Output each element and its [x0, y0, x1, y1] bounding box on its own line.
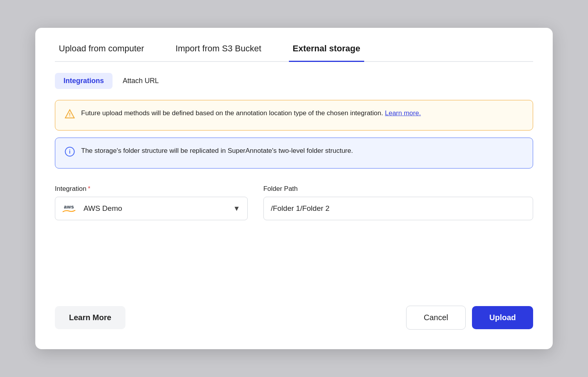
- warning-alert-text: Future upload methods will be defined ba…: [81, 108, 523, 118]
- sub-tab-integrations[interactable]: Integrations: [55, 73, 113, 89]
- modal-backdrop: Upload from computer Import from S3 Buck…: [0, 0, 588, 377]
- tab-s3[interactable]: Import from S3 Bucket: [172, 44, 265, 62]
- modal: Upload from computer Import from S3 Buck…: [35, 28, 553, 349]
- integration-field-group: Integration * aws AWS Demo ▼: [55, 185, 248, 220]
- modal-footer: Learn More Cancel Upload: [55, 286, 533, 330]
- sub-tab-attach-url[interactable]: Attach URL: [114, 73, 167, 89]
- folder-path-label: Folder Path: [263, 185, 533, 193]
- chevron-down-icon: ▼: [233, 204, 240, 212]
- warning-alert: ! Future upload methods will be defined …: [55, 100, 533, 130]
- form-row: Integration * aws AWS Demo ▼: [55, 185, 533, 220]
- aws-logo-icon: aws: [62, 204, 76, 212]
- sub-tab-bar: Integrations Attach URL: [55, 73, 533, 89]
- info-alert: i The storage's folder structure will be…: [55, 138, 533, 168]
- tab-external[interactable]: External storage: [289, 44, 364, 62]
- warning-learn-more-link[interactable]: Learn more.: [385, 109, 421, 117]
- tab-bar: Upload from computer Import from S3 Buck…: [55, 44, 533, 62]
- folder-path-field-group: Folder Path: [263, 185, 533, 220]
- info-alert-text: The storage's folder structure will be r…: [81, 146, 523, 156]
- upload-button[interactable]: Upload: [472, 306, 533, 329]
- integration-select[interactable]: aws AWS Demo ▼: [55, 197, 248, 220]
- integration-label: Integration *: [55, 185, 248, 193]
- folder-path-input[interactable]: [263, 197, 533, 220]
- cancel-button[interactable]: Cancel: [406, 306, 466, 330]
- warning-icon: !: [65, 109, 75, 122]
- required-star: *: [88, 185, 90, 192]
- integration-value: AWS Demo: [83, 204, 122, 213]
- info-icon: i: [65, 147, 75, 160]
- svg-text:i: i: [69, 149, 71, 155]
- footer-right-actions: Cancel Upload: [406, 306, 533, 330]
- learn-more-button[interactable]: Learn More: [55, 306, 125, 329]
- svg-text:!: !: [69, 112, 71, 118]
- tab-upload[interactable]: Upload from computer: [55, 44, 148, 62]
